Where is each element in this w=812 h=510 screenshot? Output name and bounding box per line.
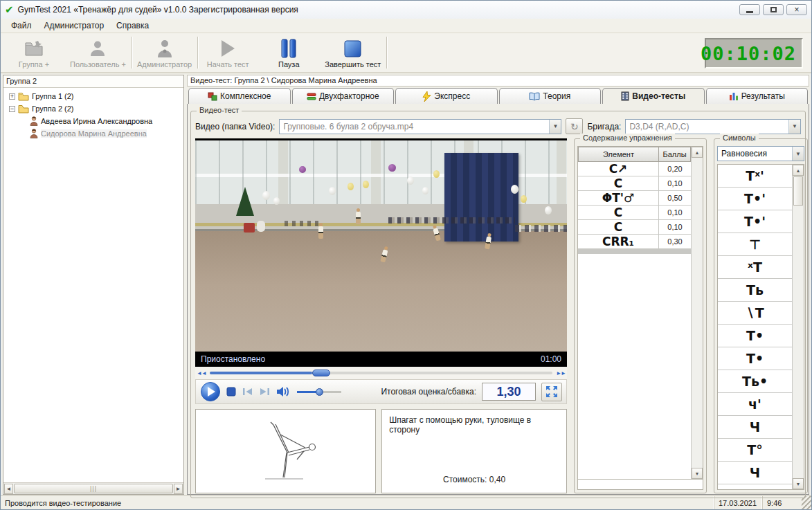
- book-icon: [529, 92, 540, 101]
- blocks-icon: [208, 91, 217, 101]
- scroll-up-icon[interactable]: ▲: [793, 165, 804, 176]
- symbol-item[interactable]: Т•: [718, 325, 792, 347]
- seek-track[interactable]: [210, 372, 552, 374]
- toolbar-button[interactable]: Администратор: [132, 33, 197, 72]
- scroll-down-icon[interactable]: ▼: [692, 468, 703, 479]
- volume-thumb[interactable]: [316, 388, 323, 396]
- element-points: 0,10: [659, 206, 691, 219]
- minimize-button[interactable]: [739, 4, 760, 15]
- seek-thumb[interactable]: [312, 370, 330, 376]
- tree-horizontal-scrollbar[interactable]: ◄ ||| ►: [3, 482, 183, 494]
- seek-forward-icon[interactable]: ►►: [556, 370, 566, 376]
- tab[interactable]: Двухфакторное: [292, 88, 395, 104]
- spectators: [388, 217, 515, 224]
- close-button[interactable]: ×: [786, 4, 807, 15]
- symbol-item[interactable]: ˣТ: [718, 256, 792, 279]
- element-points: 0,10: [659, 220, 691, 234]
- user-icon: [30, 129, 38, 138]
- exercise-scrollbar[interactable]: ▲ ▼: [691, 147, 703, 479]
- exercise-row[interactable]: ΦТ'♂ 0,50: [578, 191, 691, 206]
- exercise-row[interactable]: C 0,10: [578, 206, 691, 220]
- brigade-select[interactable]: D3,D4 (R,AD,C) ▼: [625, 119, 801, 134]
- tab[interactable]: Видео-тесты: [602, 88, 705, 104]
- volume-icon[interactable]: [276, 386, 290, 397]
- tree-item[interactable]: Сидорова Марина Андреевна: [3, 127, 183, 140]
- symbol-item[interactable]: Ч: [718, 416, 792, 439]
- scroll-down-icon[interactable]: ▼: [793, 478, 804, 489]
- toolbar-button[interactable]: Пауза: [258, 33, 319, 72]
- maximize-button[interactable]: [763, 4, 784, 15]
- element-points: 0,10: [659, 176, 691, 190]
- element-symbol: ΦТ'♂: [578, 191, 659, 205]
- twofactor-icon: [307, 92, 316, 101]
- scroll-thumb[interactable]: |||: [14, 484, 173, 493]
- symbol-item[interactable]: Т°: [718, 439, 792, 462]
- symbol-item[interactable]: Ть•: [718, 370, 792, 393]
- toolbar-button[interactable]: Завершить тест: [319, 33, 386, 72]
- tab[interactable]: Теория: [499, 88, 602, 104]
- symbol-item[interactable]: ⊤: [718, 233, 792, 256]
- toolbar-button[interactable]: Пользователь +: [64, 33, 132, 72]
- scroll-left-icon[interactable]: ◄: [4, 484, 13, 494]
- gym-curtain: [444, 153, 518, 242]
- refresh-icon: ↻: [570, 121, 579, 132]
- stop-button[interactable]: [226, 387, 236, 397]
- video-file-select[interactable]: Групповые. 6 булав 2 обруча.mp4 ▼: [279, 119, 561, 134]
- tree-item[interactable]: + Группа 1 (2): [3, 90, 183, 102]
- playback-status: Приостановлено: [201, 354, 265, 364]
- symbols-scrollbar[interactable]: ▲ ▼: [792, 165, 804, 489]
- chevron-down-icon[interactable]: ▼: [792, 147, 804, 161]
- scroll-thumb[interactable]: [793, 176, 803, 206]
- groupbox-label: Видео-тест: [197, 106, 242, 114]
- symbol-item[interactable]: Т•': [718, 188, 792, 210]
- symbol-item[interactable]: ∖Т: [718, 302, 792, 325]
- column-header-element[interactable]: Элемент: [578, 147, 659, 162]
- folder-icon: [18, 92, 29, 101]
- tree-item[interactable]: − Группа 2 (2): [3, 102, 183, 115]
- tab[interactable]: Результаты: [706, 88, 809, 104]
- tab[interactable]: Экспресс: [395, 88, 498, 104]
- refresh-video-button[interactable]: ↻: [566, 118, 583, 134]
- next-button[interactable]: [259, 388, 271, 396]
- tab[interactable]: Комплексное: [188, 88, 291, 104]
- exercise-row[interactable]: CRR₁ 0,30: [578, 235, 691, 249]
- menu-item[interactable]: Файл: [5, 19, 38, 32]
- app-check-icon: ✔: [5, 3, 14, 16]
- symbol-item[interactable]: Ть: [718, 279, 792, 302]
- play-button[interactable]: [200, 381, 221, 402]
- timer-display: 00:10:02: [705, 38, 803, 69]
- previous-button[interactable]: [242, 388, 253, 396]
- video-player[interactable]: Приостановлено 01:00: [195, 138, 567, 367]
- breadcrumb: Видео-тест: Группа 2 \ Сидорова Марина А…: [187, 75, 809, 86]
- toolbar-button[interactable]: Группа +: [3, 33, 64, 72]
- exercise-row[interactable]: C 0,10: [578, 176, 691, 191]
- fullscreen-button[interactable]: [541, 383, 562, 401]
- exercise-row[interactable]: C↗ 0,20: [578, 162, 691, 176]
- symbol-item[interactable]: Т•': [718, 210, 792, 233]
- element-symbol: C: [578, 220, 659, 234]
- chevron-down-icon[interactable]: ▼: [788, 120, 800, 134]
- symbol-item[interactable]: Ч: [718, 462, 792, 484]
- symbol-item[interactable]: ч': [718, 393, 792, 416]
- tree-expander-icon[interactable]: −: [9, 106, 15, 112]
- exercise-row[interactable]: [578, 253, 691, 254]
- tree-item[interactable]: Авдеева Ирина Александровна: [3, 115, 183, 127]
- symbol-category-select[interactable]: Равновесия ▼: [717, 146, 804, 161]
- column-header-points[interactable]: Баллы: [659, 147, 691, 162]
- tree-expander-icon[interactable]: +: [9, 93, 15, 100]
- lightning-icon: [422, 91, 431, 102]
- scroll-right-icon[interactable]: ►: [174, 484, 183, 494]
- menu-item[interactable]: Справка: [110, 19, 155, 32]
- seek-back-icon[interactable]: ◄◄: [197, 370, 206, 376]
- seek-bar[interactable]: ◄◄ ►►: [195, 367, 567, 379]
- videotest-groupbox: Видео-тест Видео (папка Video): Групповы…: [190, 111, 806, 498]
- menu-item[interactable]: Администратор: [38, 19, 111, 32]
- volume-slider[interactable]: [297, 391, 341, 393]
- scroll-up-icon[interactable]: ▲: [692, 147, 703, 158]
- symbol-item[interactable]: Тˣ': [718, 165, 792, 188]
- chevron-down-icon[interactable]: ▼: [549, 120, 561, 134]
- exercise-row[interactable]: C 0,10: [578, 220, 691, 235]
- video-combo-label: Видео (папка Video):: [195, 122, 275, 131]
- toolbar-button[interactable]: Начать тест: [197, 33, 258, 72]
- symbol-item[interactable]: Т•: [718, 347, 792, 370]
